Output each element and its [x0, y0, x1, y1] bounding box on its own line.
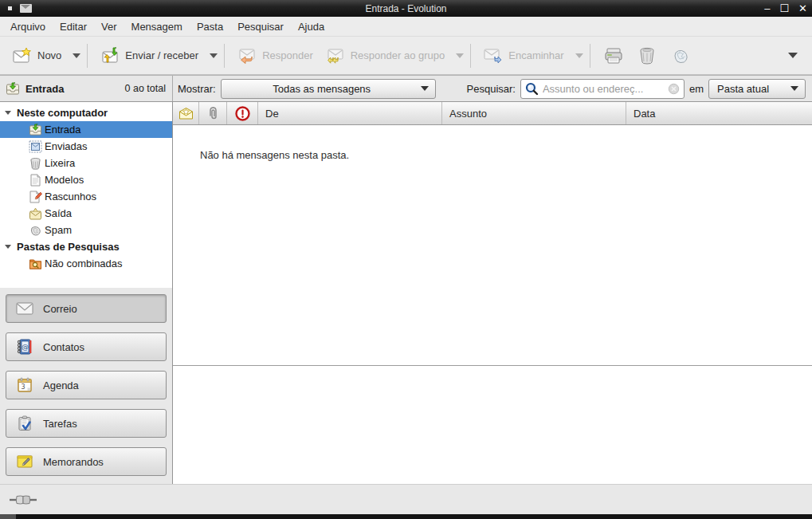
column-important[interactable] [227, 102, 258, 124]
message-count-label: 0 ao total [125, 83, 166, 94]
switcher-agenda[interactable]: 3 Agenda [6, 371, 167, 399]
folder-label: Rascunhos [45, 191, 96, 202]
search-label: Pesquisar: [467, 83, 516, 95]
sidebar-item-enviadas[interactable]: Enviadas [0, 138, 172, 155]
toolbar: Novo Enviar / receber [0, 37, 812, 75]
sidebar-item-spam[interactable]: Spam [0, 222, 172, 238]
menu-ajuda[interactable]: Ajuda [291, 18, 331, 35]
drafts-icon [29, 191, 42, 203]
tree-group-label: Neste computador [17, 107, 108, 119]
menu-pesquisar[interactable]: Pesquisar [230, 18, 291, 35]
forward-dropdown-arrow-icon[interactable] [575, 53, 583, 58]
sidebar-item-entrada[interactable]: Entrada [0, 121, 172, 138]
search-icon [525, 82, 539, 96]
search-input[interactable] [543, 83, 664, 95]
expander-icon[interactable] [5, 111, 11, 115]
menu-mensagem[interactable]: Mensagem [124, 18, 190, 35]
tree-group-neste-computador[interactable]: Neste computador [0, 104, 172, 121]
forward-button[interactable]: Encaminhar [477, 41, 570, 70]
reply-group-button[interactable]: Responder ao grupo [320, 41, 452, 70]
outbox-icon [29, 207, 42, 220]
switcher-memorandos[interactable]: Memorandos [6, 447, 167, 476]
new-button-label: Novo [37, 49, 61, 61]
menu-ver[interactable]: Ver [94, 18, 124, 35]
show-filter-value: Todas as mensagens [228, 83, 416, 95]
sidebar-item-saida[interactable]: Saída [0, 205, 172, 222]
new-dropdown-arrow-icon[interactable] [73, 53, 80, 58]
new-button[interactable]: Novo [6, 41, 68, 70]
sidebar-item-lixeira[interactable]: Lixeira [0, 155, 172, 171]
trash-icon [637, 46, 657, 65]
column-assunto[interactable]: Assunto [442, 102, 626, 124]
minimize-button[interactable]: – [764, 3, 770, 14]
column-attachment[interactable] [199, 102, 227, 124]
show-filter-dropdown[interactable]: Todas as mensagens [221, 79, 436, 99]
switcher-label: Correio [43, 303, 77, 315]
sent-icon [29, 140, 42, 153]
window-menu-icon[interactable] [8, 6, 12, 10]
tree-group-label: Pastas de Pesquisas [17, 241, 120, 253]
show-label: Mostrar: [178, 83, 216, 95]
switcher-label: Contatos [43, 341, 84, 353]
delete-button[interactable] [630, 41, 664, 70]
folder-summary: Entrada 0 ao total [0, 76, 173, 101]
search-scope-dropdown[interactable]: Pasta atual [708, 79, 806, 99]
switcher-contatos[interactable]: @ Contatos [6, 332, 167, 361]
column-message-status[interactable] [173, 102, 199, 124]
send-receive-label: Enviar / receber [125, 49, 198, 61]
switcher-label: Memorandos [43, 456, 104, 468]
clear-search-icon[interactable] [668, 83, 680, 95]
send-receive-button[interactable]: Enviar / receber [94, 41, 205, 70]
switcher-correio[interactable]: Correio [6, 294, 167, 323]
maximize-button[interactable]: ☐ [779, 3, 789, 14]
contacts-icon: @ [16, 339, 33, 355]
menu-pasta[interactable]: Pasta [190, 18, 230, 35]
folder-label: Não combinadas [45, 258, 123, 269]
tasks-icon [16, 415, 33, 431]
toolbar-separator [87, 44, 88, 68]
message-list-body[interactable]: Não há mensagens nesta pasta. [173, 125, 812, 365]
new-mail-icon [13, 47, 32, 65]
print-icon [603, 46, 624, 65]
close-button[interactable]: ✕ [798, 3, 807, 14]
preview-pane [173, 366, 812, 484]
component-switcher: Correio @ [0, 288, 172, 482]
tree-group-pastas-de-pesquisas[interactable]: Pastas de Pesquisas [0, 238, 172, 255]
empty-folder-text: Não há mensagens nesta pasta. [200, 149, 349, 161]
menu-editar[interactable]: Editar [53, 18, 94, 35]
memos-icon [16, 454, 33, 470]
reply-button[interactable]: Responder [231, 41, 320, 70]
svg-text:3: 3 [21, 383, 25, 391]
filterbar: Entrada 0 ao total Mostrar: Todas as men… [0, 75, 812, 102]
sidebar-item-nao-combinadas[interactable]: Não combinadas [0, 255, 172, 272]
reply-icon [237, 47, 257, 65]
print-button[interactable] [597, 41, 630, 70]
switcher-tarefas[interactable]: Tarefas [6, 409, 167, 438]
forward-icon [484, 47, 503, 65]
toolbar-separator [590, 44, 590, 68]
folder-label: Lixeira [45, 157, 75, 169]
menu-arquivo[interactable]: Arquivo [3, 18, 53, 35]
message-list-pane: De Assunto Data Não há mensagens nesta p… [173, 102, 812, 484]
switcher-label: Tarefas [43, 418, 77, 430]
search-box[interactable] [520, 79, 685, 99]
send-receive-icon [100, 47, 120, 65]
sidebar-item-modelos[interactable]: Modelos [0, 171, 172, 188]
folder-label: Modelos [45, 174, 84, 186]
attachment-icon [208, 106, 218, 120]
expander-icon[interactable] [5, 245, 11, 249]
toolbar-separator [224, 44, 225, 68]
forward-button-label: Encaminhar [508, 49, 563, 61]
send-receive-dropdown-arrow-icon[interactable] [210, 53, 218, 58]
online-plug-icon[interactable] [10, 494, 37, 505]
reply-group-label: Responder ao grupo [351, 49, 445, 61]
column-de[interactable]: De [258, 102, 442, 124]
sidebar-item-rascunhos[interactable]: Rascunhos [0, 188, 172, 205]
calendar-icon: 3 [16, 377, 33, 393]
toolbar-overflow-icon[interactable] [788, 53, 798, 58]
search-folder-icon [29, 258, 42, 270]
junk-button[interactable] [664, 41, 697, 70]
folder-label: Entrada [45, 124, 81, 136]
column-data[interactable]: Data [626, 102, 812, 124]
reply-group-dropdown-arrow-icon[interactable] [456, 53, 464, 58]
